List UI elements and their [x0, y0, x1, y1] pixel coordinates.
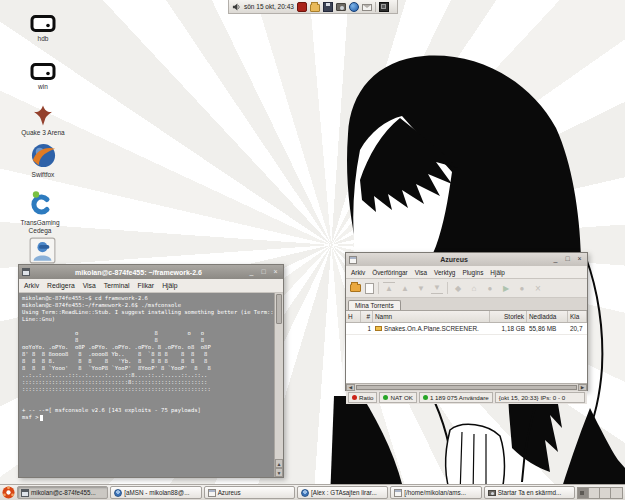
move-up-icon[interactable]: ▲: [399, 282, 411, 294]
menu-arkiv[interactable]: Arkiv: [24, 282, 39, 289]
desktop-icon-cedega[interactable]: TransGaming Cedega: [2, 190, 78, 234]
folder-icon[interactable]: [310, 4, 320, 12]
new-torrent-icon[interactable]: [365, 283, 374, 294]
col-downloaded[interactable]: Nedladda: [527, 311, 568, 322]
terminal-screen[interactable]: mikolan@c-874fe455:~$ cd framework-2.6 m…: [19, 293, 274, 477]
col-done[interactable]: Kla: [568, 311, 587, 322]
menu-hjalp[interactable]: Hjälp: [162, 282, 178, 289]
diamond-icon[interactable]: ◆: [452, 282, 464, 294]
maximize-button[interactable]: □: [259, 268, 268, 277]
desktop-icon-quake3[interactable]: Quake 3 Arena: [5, 104, 81, 137]
torrent-done: 20,7: [568, 325, 587, 332]
azureus-titlebar[interactable]: Azureus _ □ ×: [346, 253, 587, 266]
taskbar-button-azureus[interactable]: Azureus: [204, 486, 295, 499]
status-users[interactable]: 1 189 075 Användare: [419, 392, 493, 403]
move-top-icon[interactable]: ▲: [383, 282, 395, 294]
swiftfox-icon: [5, 142, 81, 169]
publish-icon[interactable]: ●: [484, 282, 496, 294]
icon-label: win: [5, 83, 81, 91]
desktop-icon-win[interactable]: win: [5, 62, 81, 91]
remove-icon[interactable]: ×: [532, 282, 544, 294]
maximize-button[interactable]: □: [563, 255, 572, 264]
floppy-icon[interactable]: [323, 2, 333, 12]
taskbar-button-terminal[interactable]: mikolan@c-874fe455...: [17, 486, 108, 499]
torrent-row[interactable]: 1 Snakes.On.A.Plane.SCREENER. 1,18 GB 55…: [346, 323, 587, 335]
azureus-window-icon: [349, 256, 357, 264]
workspace-4[interactable]: [611, 488, 622, 498]
menu-terminal[interactable]: Terminal: [104, 282, 130, 289]
menu-visa[interactable]: Visa: [415, 269, 427, 276]
clock[interactable]: sön 15 okt, 20:43: [244, 3, 294, 10]
torrent-downloaded: 55,86 MB: [527, 325, 568, 332]
torrent-table-header[interactable]: H # Namn Storlek Nedladda Kla: [346, 311, 587, 323]
close-button[interactable]: ×: [575, 255, 584, 264]
workspace-1[interactable]: [578, 488, 589, 498]
scroll-down-icon[interactable]: ▼: [275, 468, 283, 477]
move-down-icon[interactable]: ▼: [415, 282, 427, 294]
col-name[interactable]: Namn: [373, 311, 490, 322]
desktop-icon-swiftfox[interactable]: Swiftfox: [5, 142, 81, 179]
workspace-switcher[interactable]: [577, 487, 623, 499]
scroll-right-icon[interactable]: ▶: [578, 384, 587, 391]
taskbar-button-amsn[interactable]: [aMSN - mikolan88@...: [110, 486, 201, 499]
col-health[interactable]: H: [346, 311, 361, 322]
scrollbar-thumb[interactable]: [276, 294, 282, 324]
azureus-window: Azureus _ □ × Arkiv Överföringar Visa Ve…: [345, 252, 588, 391]
menu-flikar[interactable]: Flikar: [138, 282, 155, 289]
azureus-toolbar: ▲ ▲ ▼ ▼ ◆ ⌂ ● ▶ ● ×: [346, 279, 587, 298]
status-ips[interactable]: {okt 15, 20:33} IPs: 0 - 0: [495, 392, 585, 403]
person-icon: [301, 489, 309, 497]
top-panel: sön 15 okt, 20:43: [228, 0, 398, 14]
terminal-scrollbar[interactable]: ▲ ▼: [274, 293, 283, 477]
menu-verktyg[interactable]: Verktyg: [434, 269, 455, 276]
col-size[interactable]: Storlek: [490, 311, 527, 322]
minimize-button[interactable]: _: [247, 268, 256, 277]
host-icon[interactable]: ⌂: [468, 282, 480, 294]
screen-icon[interactable]: [379, 2, 389, 12]
scroll-up-icon[interactable]: ▲: [275, 459, 283, 468]
desktop-icon-amsn[interactable]: [4, 237, 80, 266]
menu-redigera[interactable]: Redigera: [47, 282, 75, 289]
terminal-icon: [21, 489, 29, 497]
open-torrent-icon[interactable]: [350, 284, 361, 292]
menu-visa[interactable]: Visa: [83, 282, 96, 289]
drive-icon: [5, 14, 81, 33]
mail-icon[interactable]: [362, 4, 372, 11]
taskbar-button-chat[interactable]: [Alex : GTAsajten lirar...: [297, 486, 388, 499]
move-bottom-icon[interactable]: ▼: [431, 282, 443, 294]
col-number[interactable]: #: [361, 311, 373, 322]
desktop-icon-hdb[interactable]: hdb: [5, 14, 81, 43]
torrent-name: Snakes.On.A.Plane.SCREENER.: [384, 325, 479, 332]
menu-plugins[interactable]: Plugins: [462, 269, 483, 276]
close-button[interactable]: ×: [271, 268, 280, 277]
taskbar-button-home-folder[interactable]: [/home/mikolan/ams...: [390, 486, 481, 499]
stop-icon[interactable]: ●: [516, 282, 528, 294]
minimize-button[interactable]: _: [551, 255, 560, 264]
volume-icon[interactable]: [232, 2, 241, 12]
terminal-output: mikolan@c-874fe455:~$ cd framework-2.6 m…: [22, 295, 273, 414]
terminal-titlebar[interactable]: mikolan@c-874fe455: ~/framework-2.6 _ □ …: [19, 265, 283, 279]
globe-icon[interactable]: [349, 2, 359, 12]
tab-mina-torrents[interactable]: Mina Torrents: [348, 300, 401, 310]
status-nat[interactable]: NAT OK: [379, 392, 416, 403]
workspace-2[interactable]: [589, 488, 600, 498]
red-app-icon[interactable]: [297, 2, 307, 12]
camera-icon[interactable]: [336, 3, 346, 11]
azureus-statusbar: Ratio NAT OK 1 189 075 Användare {okt 15…: [346, 391, 587, 404]
icon-label: Quake 3 Arena: [5, 129, 81, 137]
menu-arkiv[interactable]: Arkiv: [351, 269, 365, 276]
status-ratio[interactable]: Ratio: [348, 392, 377, 403]
hscrollbar-thumb[interactable]: [356, 385, 577, 390]
menu-hjalp[interactable]: Hjälp: [490, 269, 505, 276]
camera-icon: [488, 490, 496, 496]
tray-separator: [375, 2, 376, 12]
users-dot-icon: [423, 395, 428, 400]
taskbar-button-screenshot[interactable]: Startar Ta en skärmd...: [484, 486, 575, 499]
azureus-hscrollbar[interactable]: ◀ ▶: [346, 383, 587, 391]
nat-dot-icon: [383, 395, 388, 400]
workspace-3[interactable]: [600, 488, 611, 498]
start-icon[interactable]: ▶: [500, 282, 512, 294]
scroll-left-icon[interactable]: ◀: [346, 384, 355, 391]
ubuntu-logo-icon[interactable]: [2, 486, 15, 499]
menu-overforingar[interactable]: Överföringar: [372, 269, 408, 276]
